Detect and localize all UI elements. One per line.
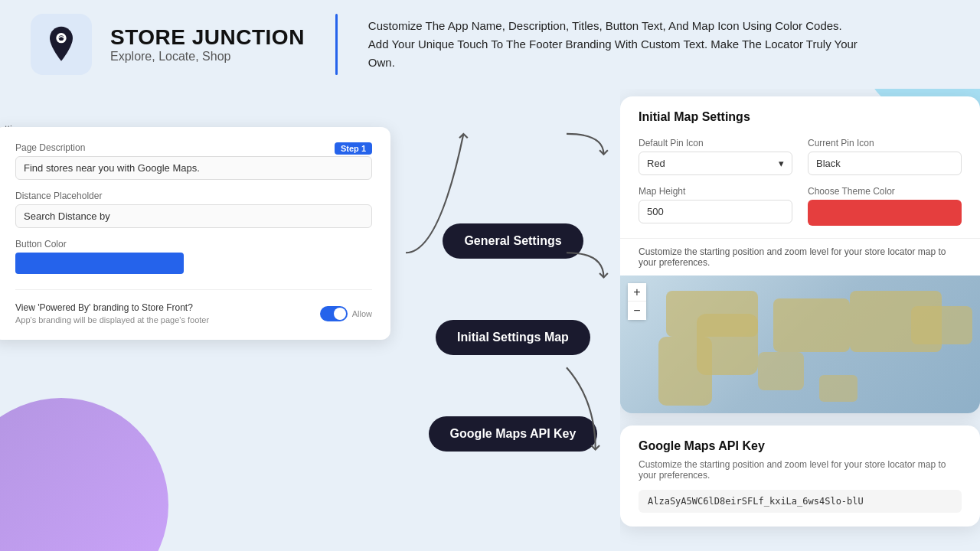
map-land-small (819, 375, 858, 402)
placeholder-section: Distance Placeholder Search Distance by (15, 191, 372, 228)
page-description-section: Page Description Find stores near you wi… (15, 142, 372, 180)
branding-main-text: View 'Powered By' branding to Store Fron… (15, 302, 209, 313)
initial-map-panel: Initial Map Settings Default Pin Icon Re… (620, 96, 980, 413)
theme-color-label: Choose Theme Color (808, 186, 962, 197)
current-pin-input[interactable]: Black (808, 152, 962, 175)
settings-card: Step 1 Page Description Find stores near… (0, 127, 390, 340)
button-color-section: Button Color (15, 239, 372, 274)
step-badge: Step 1 (335, 142, 372, 155)
map-zoom-in[interactable]: + (628, 283, 646, 302)
right-panel: Initial Map Settings Default Pin Icon Re… (620, 89, 980, 548)
branding-toggle[interactable] (320, 306, 348, 321)
theme-color-swatch[interactable] (808, 200, 962, 226)
logo-icon (42, 25, 80, 64)
api-panel-desc: Customize the starting position and zoom… (639, 459, 962, 481)
logo-box (31, 14, 92, 75)
brand-tagline: Explore, Locate, Shop (110, 50, 305, 64)
map-preview[interactable]: + − (620, 276, 980, 413)
initial-map-panel-title: Initial Map Settings (639, 110, 962, 124)
header: STORE JUNCTION Explore, Locate, Shop Cus… (0, 0, 980, 89)
placeholder-label: Distance Placeholder (15, 191, 372, 201)
map-height-input[interactable]: 500 (639, 200, 792, 223)
branding-sub-text: App's branding will be displayed at the … (15, 315, 209, 324)
map-height-label: Map Height (639, 186, 792, 197)
map-zoom-out[interactable]: − (628, 302, 646, 320)
current-pin-field: Current Pin Icon Black (808, 138, 962, 175)
chevron-down-icon: ▾ (779, 158, 784, 169)
map-land-africa2 (658, 337, 712, 406)
branding-row: View 'Powered By' branding to Store Fron… (15, 289, 372, 324)
brand-text: STORE JUNCTION Explore, Locate, Shop (110, 25, 305, 64)
initial-map-panel-header: Initial Map Settings (620, 96, 980, 138)
page-description-input[interactable]: Find stores near you with Google Maps. (15, 156, 372, 180)
brand-name: STORE JUNCTION (110, 25, 305, 50)
api-key-field[interactable]: AlzaSyA5WC6lD8eirSFLf_kxiLa_6ws4Slo-blU (639, 490, 962, 513)
branding-text-group: View 'Powered By' branding to Store Fron… (15, 302, 209, 324)
button-color-label: Button Color (15, 239, 372, 249)
main-content: Settings Step 1 Page Description Find st… (0, 89, 980, 548)
left-panel: Settings Step 1 Page Description Find st… (0, 89, 406, 548)
default-pin-value: Red (647, 158, 665, 169)
page-description-label: Page Description (15, 142, 372, 153)
header-divider (335, 14, 338, 75)
current-pin-label: Current Pin Icon (808, 138, 962, 148)
map-customize-text: Customize the starting position and zoom… (620, 238, 980, 276)
default-pin-select[interactable]: Red ▾ (639, 152, 792, 175)
map-height-field: Map Height 500 (639, 186, 792, 226)
initial-map-fields: Default Pin Icon Red ▾ Current Pin Icon … (620, 138, 980, 238)
toggle-row: Allow (320, 306, 372, 321)
placeholder-input[interactable]: Search Distance by (15, 204, 372, 228)
default-pin-field: Default Pin Icon Red ▾ (639, 138, 792, 175)
google-maps-api-label: Google Maps API Key (429, 416, 598, 452)
api-key-panel: Google Maps API Key Customize the starti… (620, 425, 980, 527)
map-land-africa3 (758, 352, 804, 390)
map-land-middle-east (773, 298, 850, 352)
map-controls: + − (628, 283, 646, 320)
initial-map-settings-label: Initial Settings Map (436, 320, 590, 355)
general-settings-label: General Settings (443, 223, 583, 259)
default-pin-label: Default Pin Icon (639, 138, 792, 148)
toggle-label: Allow (352, 309, 372, 318)
center-area: General Settings Initial Settings Map Go… (406, 89, 620, 548)
map-land-india (911, 306, 972, 344)
theme-color-field: Choose Theme Color (808, 186, 962, 226)
header-description: Customize The App Name, Description, Tit… (368, 17, 858, 72)
api-panel-title: Google Maps API Key (639, 439, 962, 453)
button-color-preview[interactable] (15, 253, 184, 274)
